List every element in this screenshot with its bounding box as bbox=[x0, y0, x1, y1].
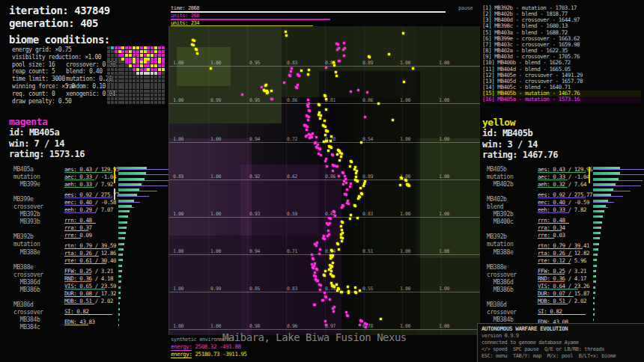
biome-cell bbox=[115, 64, 118, 67]
stat-row-rte: rte: 0.61 / 30.40 bbox=[64, 257, 114, 265]
unit-dot-yellow bbox=[270, 90, 273, 92]
unit-dot-magenta bbox=[344, 193, 346, 195]
histogram-bar bbox=[593, 270, 596, 272]
biome-cell bbox=[136, 90, 139, 93]
yellow-champion-name: yellow bbox=[482, 117, 558, 128]
energy-grid-value: 0.83 bbox=[287, 60, 297, 66]
energy-grid-value: 0.83 bbox=[287, 286, 297, 292]
biome-cell bbox=[147, 72, 150, 75]
biome-cell bbox=[162, 76, 165, 79]
biome-cell bbox=[115, 83, 118, 86]
biome-condition-line: energy grid: ×0.75 bbox=[12, 46, 109, 54]
biome-cell bbox=[158, 79, 161, 82]
biome-cell bbox=[129, 79, 132, 82]
biome-cell bbox=[121, 72, 124, 75]
app-title: AUTONOMOUS WARFARE EVOLUTION bbox=[482, 325, 644, 333]
unit-dot-magenta bbox=[315, 268, 318, 270]
unit-dot-yellow bbox=[354, 286, 356, 289]
ranking-row[interactable]: [16] MB405a - mutation - 1573.16 bbox=[482, 96, 641, 102]
biome-cell bbox=[121, 90, 124, 93]
histogram-bar-extent bbox=[593, 202, 614, 203]
biome-cell bbox=[115, 101, 118, 104]
genealogy-line bbox=[487, 257, 517, 264]
histogram-bar bbox=[118, 254, 123, 256]
unit-dot-yellow bbox=[330, 135, 332, 138]
biome-cell bbox=[121, 93, 124, 96]
help-line: </> speed SPC pause Q/E or LB/RB: thread… bbox=[482, 346, 644, 353]
histogram-bar bbox=[118, 324, 119, 326]
energy-grid-value: 1.00 bbox=[439, 174, 449, 180]
unit-dot-magenta bbox=[342, 49, 344, 51]
unit-dot-yellow bbox=[350, 214, 352, 216]
unit-dot-magenta bbox=[359, 324, 361, 326]
unit-dot-yellow bbox=[354, 179, 356, 181]
histogram-bar-extent bbox=[118, 202, 140, 203]
biome-cell bbox=[118, 61, 121, 64]
biome-cell bbox=[115, 58, 118, 61]
biome-cell bbox=[125, 76, 128, 79]
unit-dot-magenta bbox=[283, 82, 285, 84]
unit-dot-yellow bbox=[357, 197, 359, 200]
stat-row-rre: rre: 0.03 bbox=[538, 232, 587, 239]
biome-cell bbox=[144, 76, 147, 79]
biome-cell bbox=[118, 58, 121, 61]
biome-cell bbox=[154, 61, 157, 64]
biome-cell bbox=[125, 93, 128, 96]
unit-dot-yellow bbox=[335, 71, 337, 73]
stat-row-dur: DUR: 0.07 / 15.87 bbox=[538, 290, 587, 298]
biome-cell bbox=[125, 79, 128, 82]
unit-dot-magenta bbox=[346, 202, 348, 204]
biome-cell bbox=[118, 64, 121, 67]
stat-row-mob: MOB: 0.51 / 2.02 bbox=[538, 298, 587, 305]
biome-cell bbox=[107, 101, 110, 104]
biome-cell bbox=[147, 79, 150, 82]
biome-cell bbox=[125, 101, 128, 104]
biome-cell bbox=[154, 79, 157, 82]
biome-cell bbox=[129, 97, 132, 100]
biome-cell bbox=[136, 72, 139, 75]
yellow-champion-rating: rating: 1467.76 bbox=[482, 150, 558, 161]
biome-cell bbox=[147, 68, 150, 71]
biome-cell bbox=[118, 79, 121, 82]
genealogy-line: MB388e bbox=[487, 249, 517, 257]
unit-dot-yellow bbox=[403, 81, 405, 83]
biome-cell bbox=[136, 83, 139, 86]
biome-cell bbox=[158, 68, 161, 71]
energy-grid-value: 1.00 bbox=[439, 60, 449, 66]
energy-grid-value: 1.00 bbox=[173, 97, 183, 103]
biome-cell bbox=[144, 58, 147, 61]
biome-cell bbox=[111, 93, 114, 96]
unit-dot-yellow bbox=[400, 177, 402, 179]
energy-grid-value: 1.00 bbox=[439, 211, 449, 217]
histogram-bar bbox=[593, 297, 595, 299]
unit-dot-yellow bbox=[307, 73, 309, 76]
stat-row-eeh: eeh: 0.33 / 7.82 bbox=[538, 206, 587, 214]
biome-cell bbox=[158, 101, 161, 104]
unit-dot-yellow bbox=[402, 32, 404, 34]
unit-dot-yellow bbox=[407, 183, 409, 185]
rating-histogram-right bbox=[593, 167, 643, 331]
biome-conditions-heading: biome conditions: bbox=[9, 34, 110, 46]
biome-cell bbox=[158, 86, 161, 89]
histogram-bar bbox=[593, 265, 597, 267]
magenta-champion-win: win: 7 / 14 bbox=[9, 138, 85, 150]
biome-cell bbox=[118, 97, 121, 100]
unit-dot-yellow bbox=[332, 262, 334, 264]
unit-dot-magenta bbox=[312, 132, 314, 135]
biome-cell bbox=[107, 97, 110, 100]
genealogy-line: MB399e bbox=[13, 196, 43, 203]
pause-indicator[interactable]: pause bbox=[458, 5, 473, 11]
unit-dot-yellow bbox=[318, 103, 320, 105]
unit-dot-magenta bbox=[345, 182, 347, 184]
biome-cell bbox=[162, 64, 165, 67]
biome-cell bbox=[111, 64, 114, 67]
biome-cell bbox=[147, 86, 150, 89]
biome-cell bbox=[125, 97, 128, 100]
energy-grid-value: 1.00 bbox=[439, 286, 449, 292]
histogram-bar bbox=[118, 270, 122, 272]
biome-cell bbox=[136, 54, 139, 57]
battle-map[interactable]: 1.001.000.950.830.860.891.001.001.000.99… bbox=[168, 26, 480, 335]
biome-cell bbox=[111, 97, 114, 100]
biome-cell bbox=[121, 68, 124, 71]
energy-grid-value: 0.86 bbox=[362, 97, 373, 103]
